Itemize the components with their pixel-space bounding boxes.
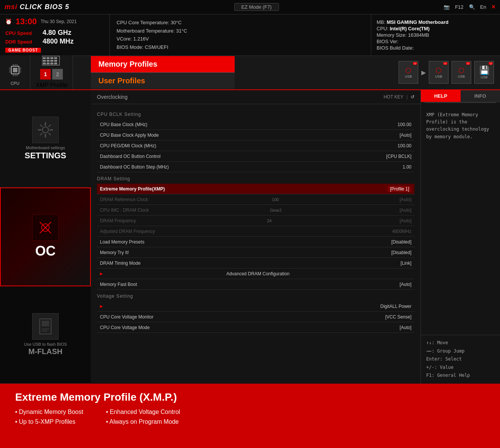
row-digitall-power[interactable]: ▶ DigitALL Power — [97, 301, 414, 312]
svg-rect-24 — [54, 57, 57, 59]
bios-ver-info: BIOS Ver: — [377, 39, 495, 44]
row-dashboard-oc-step[interactable]: Dashboard OC Button Step (MHz) 1.00 — [97, 162, 414, 172]
key-group-jump: →←: Group Jump — [426, 347, 495, 356]
row-mem-fast-boot[interactable]: Memory Fast Boot [Auto] — [97, 279, 414, 290]
help-tab-info[interactable]: INFO — [461, 90, 500, 102]
mb-value: MSI GAMING Motherboard — [387, 19, 449, 25]
svg-line-35 — [40, 133, 42, 135]
help-content-text: XMP (Extreme Memory Profile) is the over… — [421, 106, 500, 335]
row-dram-freq[interactable]: DRAM Frequency 24 [Auto] — [97, 215, 414, 226]
cpu-value: Intel(R) Core(TM) — [390, 26, 430, 31]
tab-xmp[interactable]: 1 2 XMP Profile — [30, 55, 73, 89]
row-dram-ref-clk[interactable]: DRAM Reference Clock 100 [Auto] — [97, 194, 414, 205]
sidebar-item-mflash[interactable]: Use USB to flash BIOS M-FLASH — [0, 286, 91, 384]
xmp-num-row: 1 2 — [40, 69, 63, 80]
key-value: +/-: Value — [426, 364, 495, 372]
svg-rect-1 — [13, 68, 17, 72]
mflash-sublabel: Use USB to flash BIOS — [24, 342, 67, 347]
bios-build-label: BIOS Build Date: — [377, 45, 414, 51]
screenshot-icon[interactable]: 📷 — [444, 4, 450, 10]
help-divider — [425, 102, 496, 103]
undo-button[interactable]: ↺ — [411, 94, 414, 100]
usb-icon-3[interactable]: U ⬡ USB — [452, 61, 471, 84]
mem-try-it-val: [Disabled] — [391, 250, 411, 255]
cpu-imc-dram-sub: Gear2 — [270, 208, 282, 212]
svg-rect-17 — [43, 62, 46, 64]
usb-icon-4[interactable]: U 💾 USB — [474, 61, 494, 84]
tab-cpu[interactable]: CPU — [0, 55, 30, 89]
xmp-num-2[interactable]: 2 — [52, 69, 63, 80]
mem-try-it-label: Memory Try It! — [100, 250, 129, 255]
bios-build-info: BIOS Build Date: — [377, 45, 495, 51]
row-cpu-base-clock-apply[interactable]: CPU Base Clock Apply Mode [Auto] — [97, 130, 414, 140]
cpu-label: CPU: — [377, 26, 388, 31]
system-info-mid: CPU Core Temperature: 30°C Motherboard T… — [110, 14, 371, 55]
key-move: ↑↓: Move — [426, 339, 495, 347]
row-dram-timing-mode[interactable]: DRAM Timing Mode [Link] — [97, 258, 414, 268]
info-bar: ⏰ 13:00 Thu 30 Sep, 2021 CPU Speed 4.80 … — [0, 14, 500, 56]
mem-value: 16384MB — [408, 32, 429, 38]
bottom-panel: Extreme Memory Profile (X.M.P.) • Dynami… — [0, 384, 500, 448]
usb-badge-4: U — [489, 62, 493, 65]
adj-dram-freq-label: Adjusted DRAM Frequency — [100, 229, 155, 234]
sidebar-item-settings[interactable]: Motherboard settings SETTINGS — [0, 90, 91, 187]
sidebar: Motherboard settings SETTINGS OC — [0, 90, 91, 384]
row-load-mem-presets[interactable]: Load Memory Presets [Disabled] — [97, 237, 414, 247]
adj-dram-freq-val: 4800MHz — [392, 229, 411, 234]
row-dashboard-oc-button-ctrl[interactable]: Dashboard OC Button Control [CPU BCLK] — [97, 151, 414, 162]
usb-icon-1[interactable]: U ⬡ USB — [399, 61, 418, 84]
main-content: Motherboard settings SETTINGS OC — [0, 90, 500, 384]
digitall-power-label: DigitALL Power — [380, 304, 411, 309]
row-xmp[interactable]: Extreme Memory Profile(XMP) [Profile 1] — [97, 184, 414, 194]
cpu-core-volt-monitor-val: [VCC Sense] — [385, 314, 411, 320]
feature-col-left: • Dynamic Memory Boost • Up to 5-XMP Pro… — [15, 409, 83, 425]
mb-temp: Motherboard Temperature: 31°C — [117, 27, 364, 35]
settings-icon — [32, 117, 59, 143]
usb-badge-2: U — [443, 62, 447, 65]
dram-ref-clk-val: [Auto] — [400, 197, 411, 202]
mem-label: Memory Size: — [377, 32, 407, 38]
cpu-core-volt-monitor-label: CPU Core Voltage Monitor — [100, 314, 153, 320]
user-profiles-tab[interactable]: User Profiles — [91, 72, 235, 89]
svg-rect-21 — [50, 57, 53, 59]
dram-freq-sub: 24 — [267, 219, 271, 223]
feature-item-1: • Dynamic Memory Boost — [15, 409, 83, 415]
dashboard-oc-ctrl-label: Dashboard OC Button Control — [100, 154, 160, 159]
usb-badge-3: U — [466, 62, 470, 65]
dram-timing-mode-val: [Link] — [400, 261, 411, 266]
cpu-icon — [8, 63, 22, 80]
cpu-base-clock-apply-val: [Auto] — [400, 133, 411, 138]
lang-selector[interactable]: En — [480, 4, 486, 10]
oc-scroll-area[interactable]: CPU BCLK Setting CPU Base Clock (MHz) 10… — [91, 104, 421, 384]
f12-label[interactable]: F12 — [455, 4, 463, 10]
dram-timing-mode-label: DRAM Timing Mode — [100, 261, 140, 266]
load-mem-presets-label: Load Memory Presets — [100, 239, 144, 245]
feature-item-3: • Enhanced Voltage Control — [106, 409, 180, 415]
svg-point-27 — [42, 127, 48, 133]
sidebar-item-oc[interactable]: OC — [0, 187, 91, 286]
row-cpu-base-clock[interactable]: CPU Base Clock (MHz) 100.00 — [97, 119, 414, 130]
row-cpu-imc-dram[interactable]: CPU IMC : DRAM Clock Gear2 [Auto] — [97, 205, 414, 215]
row-mem-try-it[interactable]: Memory Try It! [Disabled] — [97, 247, 414, 258]
mem-info: Memory Size: 16384MB — [377, 32, 495, 38]
memory-profiles-tab[interactable]: Memory Profiles — [91, 56, 235, 72]
dram-header: DRAM Setting — [97, 176, 414, 181]
row-cpu-peg-dmi[interactable]: CPU PEG/DMI Clock (MHz) 100.00 — [97, 140, 414, 151]
search-icon[interactable]: 🔍 — [469, 4, 475, 10]
usb-symbol-3: ⬡ — [458, 66, 464, 75]
row-cpu-core-volt-monitor[interactable]: CPU Core Voltage Monitor [VCC Sense] — [97, 312, 414, 322]
ddr-speed-value: 4800 MHz — [42, 37, 73, 45]
dram-freq-label: DRAM Frequency — [100, 218, 136, 223]
top-bar: msi CLICK BIOS 5 EZ Mode (F7) 📷 F12 🔍 En… — [0, 0, 500, 14]
usb-icon-2[interactable]: U ⬡ USB — [429, 61, 449, 84]
help-tab-help[interactable]: HELP — [421, 90, 461, 102]
bottom-title: Extreme Memory Profile (X.M.P.) — [15, 391, 485, 403]
row-adv-dram-config[interactable]: ▶ Advanced DRAM Configuration — [97, 268, 414, 279]
game-boost-label[interactable]: GAME BOOST — [5, 48, 41, 53]
nav-tabs: CPU — [0, 56, 500, 90]
close-button[interactable]: × — [491, 3, 495, 11]
xmp-num-1[interactable]: 1 — [40, 69, 51, 80]
row-cpu-core-volt-mode[interactable]: CPU Core Voltage Mode [Auto] — [97, 322, 414, 333]
ez-mode-button[interactable]: EZ Mode (F7) — [234, 3, 279, 11]
top-bar-right: 📷 F12 🔍 En × — [444, 3, 495, 11]
